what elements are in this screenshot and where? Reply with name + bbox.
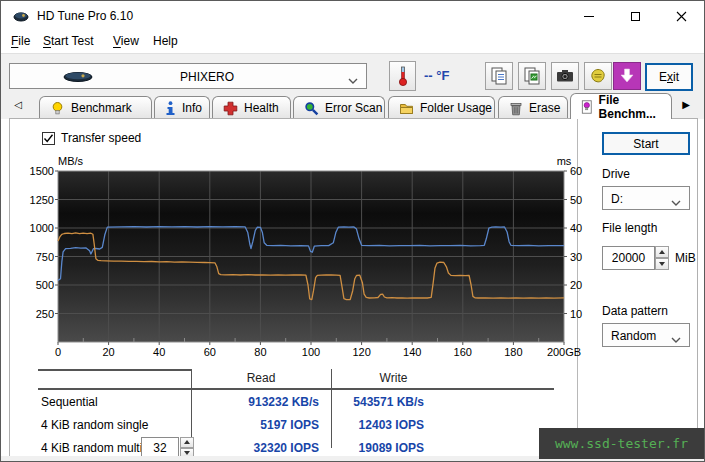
watermark: www.ssd-tester.fr (539, 428, 704, 459)
svg-text:40: 40 (153, 346, 165, 358)
queue-depth-input[interactable]: 32 (141, 437, 179, 458)
svg-text:1500: 1500 (30, 165, 54, 177)
transfer-speed-label: Transfer speed (61, 131, 141, 145)
menu-start-test[interactable]: Start Test (43, 34, 93, 48)
svg-text:40: 40 (570, 222, 582, 234)
toolbar: PHIXERO -- °F (1, 53, 704, 93)
svg-text:1000: 1000 (30, 222, 54, 234)
data-pattern-combobox[interactable]: Random (602, 323, 690, 347)
title-bar: HD Tune Pro 6.10 (1, 1, 704, 31)
drive-label: Drive (602, 167, 630, 181)
tab-info[interactable]: Info (154, 96, 210, 119)
svg-text:100: 100 (302, 346, 320, 358)
svg-text:1250: 1250 (30, 194, 54, 206)
chevron-down-icon (671, 332, 681, 346)
minimize-icon (584, 16, 594, 17)
tab-file-benchmark[interactable]: File Benchm... (570, 93, 672, 119)
file-benchmark-icon (581, 99, 593, 115)
tab-folder-usage[interactable]: Folder Usage (388, 96, 495, 119)
column-header-write: Write (331, 371, 456, 385)
checkbox-check-icon (42, 132, 55, 145)
table-rule (38, 369, 191, 371)
folder-icon (399, 101, 414, 116)
tab-health[interactable]: Health (212, 96, 291, 119)
stepper-up-button[interactable] (655, 246, 669, 258)
lightbulb-icon (50, 101, 65, 116)
svg-text:120: 120 (352, 346, 370, 358)
sequential-read-value: 913232 KB/s (179, 395, 319, 409)
file-length-stepper (655, 246, 669, 270)
row-label-sequential: Sequential (41, 395, 98, 409)
svg-text:500: 500 (36, 279, 54, 291)
stepper-down-button[interactable] (655, 258, 669, 270)
transfer-speed-checkbox[interactable]: Transfer speed (42, 131, 141, 145)
svg-text:20: 20 (102, 346, 114, 358)
disk-icon (62, 71, 94, 86)
temperature-button[interactable] (389, 61, 416, 91)
copy-image-button[interactable] (518, 62, 546, 90)
row-label-random-multi: 4 KiB random multi (41, 441, 142, 455)
donate-button[interactable] (584, 62, 612, 90)
svg-text:140: 140 (403, 346, 421, 358)
file-length-input[interactable]: 20000 (602, 246, 655, 270)
svg-text:ms: ms (557, 155, 572, 167)
svg-text:200GB: 200GB (547, 346, 581, 358)
benchmark-chart: 1500125010007505002506050403020100204060… (21, 153, 596, 361)
health-cross-icon (223, 101, 238, 116)
start-button[interactable]: Start (602, 132, 690, 155)
hd-tune-window: { "window": { "title": "HD Tune Pro 6.10… (0, 0, 705, 462)
tab-erase[interactable]: Erase (498, 96, 568, 119)
menu-bar: File Start Test View Help (1, 31, 704, 53)
arrow-down-icon (659, 262, 665, 266)
close-button[interactable] (658, 1, 704, 31)
minimize-button[interactable] (566, 1, 612, 31)
maximize-button[interactable] (612, 1, 658, 31)
tab-label: Erase (529, 101, 560, 115)
svg-text:180: 180 (504, 346, 522, 358)
data-pattern-value: Random (611, 329, 656, 343)
drive-combobox[interactable]: D: (602, 186, 690, 210)
exit-button[interactable]: Exit (645, 63, 693, 91)
screenshot-camera-icon (555, 66, 575, 86)
arrow-up-icon (659, 250, 665, 254)
save-results-button[interactable] (613, 62, 641, 90)
save-download-icon (618, 67, 636, 85)
tab-benchmark[interactable]: Benchmark (39, 96, 152, 119)
copy-text-button[interactable] (485, 62, 513, 90)
svg-text:80: 80 (254, 346, 266, 358)
menu-file[interactable]: File (11, 34, 30, 48)
app-disk-icon (13, 9, 29, 27)
window-title: HD Tune Pro 6.10 (37, 9, 133, 23)
random-multi-write-value: 19089 IOPS (316, 441, 424, 455)
svg-text:60: 60 (570, 165, 582, 177)
column-header-read: Read (191, 371, 331, 385)
table-rule (38, 388, 554, 390)
info-icon (165, 101, 176, 116)
tab-scroll-right-button[interactable]: ▶ (677, 99, 695, 110)
drive-selector-combobox[interactable]: PHIXERO (9, 63, 367, 89)
svg-text:750: 750 (36, 251, 54, 263)
tab-error-scan[interactable]: Error Scan (293, 96, 385, 119)
tab-label: File Benchm... (599, 93, 671, 121)
tab-strip: ◁ Benchmark Info Health Error Scan (1, 93, 704, 119)
menu-view[interactable]: View (113, 34, 139, 48)
tab-label: Benchmark (71, 101, 132, 115)
random-multi-read-value: 32320 IOPS (179, 441, 319, 455)
menu-help[interactable]: Help (153, 34, 178, 48)
trash-icon (509, 101, 523, 116)
drive-selector-value: PHIXERO (180, 70, 234, 84)
svg-text:MB/s: MB/s (58, 155, 84, 167)
tab-scroll-left-button[interactable]: ◁ (9, 99, 27, 110)
tab-label: Health (244, 101, 279, 115)
svg-text:60: 60 (204, 346, 216, 358)
results-table: Read Write Sequential 913232 KB/s 543571… (1, 364, 576, 458)
drive-value: D: (611, 192, 623, 206)
svg-text:30: 30 (570, 251, 582, 263)
file-length-unit: MiB (675, 251, 696, 265)
chevron-down-icon (348, 73, 358, 87)
temperature-readout: -- °F (424, 68, 449, 83)
copy-image-icon (522, 66, 542, 86)
random-single-write-value: 12403 IOPS (316, 418, 424, 432)
data-pattern-label: Data pattern (602, 304, 668, 318)
screenshot-button[interactable] (551, 62, 579, 90)
